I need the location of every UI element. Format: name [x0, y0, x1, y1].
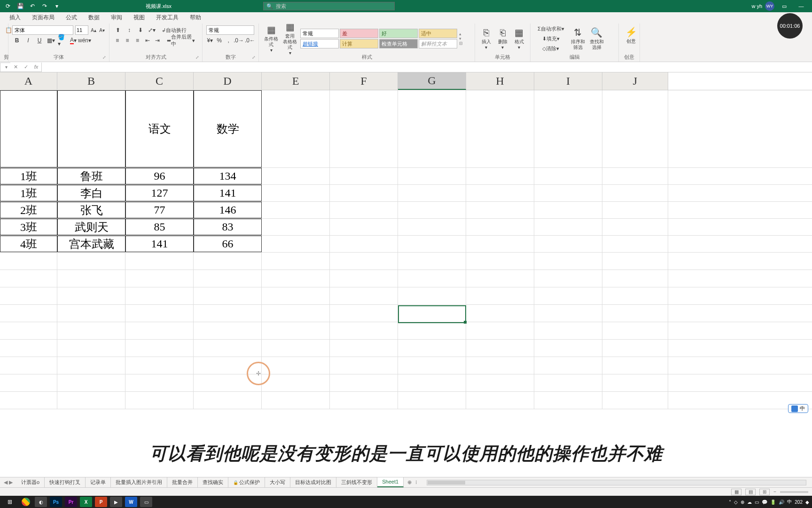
cell[interactable]: [330, 270, 398, 287]
cell[interactable]: [534, 253, 602, 270]
number-dialog-launcher[interactable]: ⤢: [252, 55, 258, 61]
currency-icon[interactable]: ¥▾: [206, 36, 214, 45]
increase-decimal-icon[interactable]: .0→: [234, 36, 243, 45]
cell[interactable]: [194, 392, 262, 409]
col-header-b[interactable]: B: [57, 72, 125, 90]
align-center-icon[interactable]: ≡: [123, 36, 131, 45]
page-break-view-icon[interactable]: ⊞: [759, 489, 770, 495]
cell[interactable]: [194, 357, 262, 374]
cell[interactable]: [534, 305, 602, 322]
cell[interactable]: [398, 357, 466, 374]
cell[interactable]: [262, 305, 330, 322]
cell[interactable]: 77: [125, 202, 194, 218]
cell[interactable]: [466, 90, 534, 167]
italic-button[interactable]: I: [23, 36, 33, 45]
cell[interactable]: [57, 253, 125, 270]
cell[interactable]: [466, 357, 534, 374]
cell[interactable]: [398, 392, 466, 409]
cell[interactable]: [0, 322, 57, 339]
alignment-dialog-launcher[interactable]: ⤢: [195, 55, 201, 61]
style-medium[interactable]: 适中: [419, 29, 457, 38]
decrease-decimal-icon[interactable]: .0←: [245, 36, 255, 45]
cancel-formula-icon[interactable]: ✕: [10, 63, 21, 72]
tray-icon[interactable]: ⊕: [741, 500, 744, 505]
cell[interactable]: [398, 253, 466, 270]
qat-more-icon[interactable]: ▾: [53, 2, 61, 10]
cell[interactable]: [466, 340, 534, 357]
taskbar-app-powerpoint[interactable]: P: [95, 497, 107, 507]
cell[interactable]: [262, 374, 330, 391]
cell[interactable]: 1班: [0, 168, 57, 184]
horizontal-scrollbar[interactable]: [427, 480, 806, 485]
merge-center-button[interactable]: ⬌ 合并后居中▾: [164, 36, 198, 45]
cell[interactable]: [602, 374, 668, 391]
styles-scroll-down-icon[interactable]: ▾: [459, 36, 463, 41]
cell[interactable]: [602, 219, 668, 235]
cell[interactable]: [330, 374, 398, 391]
tray-clock[interactable]: 202: [795, 500, 803, 505]
cell[interactable]: 2班: [0, 202, 57, 218]
cell[interactable]: [125, 270, 194, 287]
taskbar-app-premiere[interactable]: Pr: [65, 497, 77, 507]
cell[interactable]: [125, 357, 194, 374]
col-header-c[interactable]: C: [125, 72, 194, 90]
cell[interactable]: [57, 374, 125, 391]
cell[interactable]: [57, 305, 125, 322]
style-good[interactable]: 好: [379, 29, 418, 38]
sheet-tab[interactable]: 查找确实: [198, 477, 228, 487]
ribbon-tab-layout[interactable]: 页面布局: [26, 12, 60, 24]
percent-icon[interactable]: %: [216, 36, 223, 45]
font-name-select[interactable]: [12, 25, 73, 35]
cell[interactable]: 数学: [194, 90, 262, 167]
cell[interactable]: [534, 185, 602, 201]
cell[interactable]: [534, 202, 602, 218]
cell[interactable]: [534, 357, 602, 374]
table-format-button[interactable]: ▦套用 表格格式▾: [281, 29, 298, 48]
cell[interactable]: [466, 270, 534, 287]
tray-icon[interactable]: ☁: [747, 500, 752, 505]
cell[interactable]: [398, 287, 466, 304]
align-middle-icon[interactable]: ↕: [125, 25, 134, 35]
cell[interactable]: [330, 287, 398, 304]
cell[interactable]: [330, 392, 398, 409]
cell[interactable]: [466, 322, 534, 339]
cell[interactable]: [398, 305, 466, 322]
sheet-tab[interactable]: 批量合并: [167, 477, 198, 487]
zoom-out-icon[interactable]: −: [773, 489, 776, 494]
cell[interactable]: [330, 305, 398, 322]
enter-formula-icon[interactable]: ✓: [21, 63, 31, 72]
normal-view-icon[interactable]: ▦: [731, 489, 742, 495]
zoom-slider[interactable]: [780, 491, 808, 493]
cell[interactable]: [398, 90, 466, 167]
cell[interactable]: [466, 305, 534, 322]
style-calc[interactable]: 计算: [340, 39, 378, 48]
sheet-tab[interactable]: 记录单: [86, 477, 111, 487]
cell[interactable]: 134: [194, 168, 262, 184]
cell[interactable]: [262, 322, 330, 339]
cell[interactable]: 141: [125, 236, 194, 252]
number-format-select[interactable]: [206, 25, 254, 35]
cell[interactable]: [398, 340, 466, 357]
border-button[interactable]: ▦▾: [46, 36, 55, 45]
cell[interactable]: [602, 392, 668, 409]
cell[interactable]: [194, 340, 262, 357]
align-top-icon[interactable]: ⬆: [113, 25, 123, 35]
undo-icon[interactable]: ↶: [28, 2, 37, 10]
fx-icon[interactable]: fx: [31, 63, 41, 72]
cell[interactable]: [602, 185, 668, 201]
sheet-tab[interactable]: 三斜线不变形: [336, 477, 377, 487]
tray-icon[interactable]: 💬: [762, 500, 767, 505]
cell[interactable]: [398, 202, 466, 218]
col-header-g[interactable]: G: [398, 72, 466, 90]
fill-button[interactable]: ⬇ 填充▾: [534, 34, 568, 43]
cell[interactable]: [0, 270, 57, 287]
cell[interactable]: [466, 236, 534, 252]
ribbon-tab-insert[interactable]: 插入: [4, 12, 26, 24]
cell[interactable]: [602, 202, 668, 218]
tray-icon[interactable]: ◆: [805, 500, 809, 505]
cell[interactable]: [398, 185, 466, 201]
phonetic-button[interactable]: wén▾: [80, 36, 89, 45]
cell[interactable]: [602, 287, 668, 304]
cell[interactable]: [398, 322, 466, 339]
cell[interactable]: [194, 270, 262, 287]
